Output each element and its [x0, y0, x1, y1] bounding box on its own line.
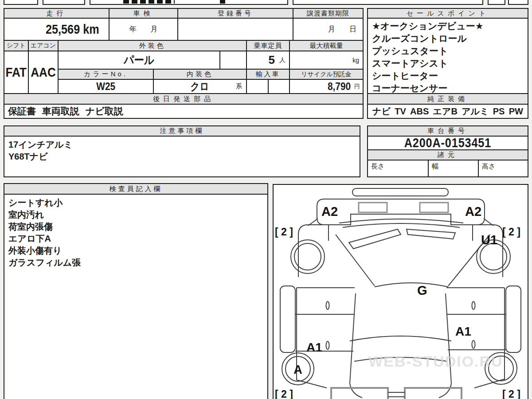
later-parts-header-label: 後日発送部品 [153, 95, 214, 103]
equipment-item: エアB [433, 106, 457, 117]
recycle-deposit-value: 8,790 [328, 80, 351, 93]
interior-color-header-label: 内装色 [187, 70, 213, 78]
interior-color-value: クロ [191, 79, 210, 94]
rear-bumper-link [388, 392, 405, 397]
notes-title: 注意事項欄 [160, 127, 204, 135]
top-strip-cell [488, 0, 505, 5]
windshield-left-edge [336, 235, 375, 286]
damage-label-a2-left: A2 [321, 204, 338, 219]
rear-quarters [297, 379, 505, 398]
chassis-value: A200A-0153451 [404, 136, 491, 150]
corner-grade-top-right: [ 2 ] [502, 226, 520, 238]
sales-point-item: スマートアシスト [372, 57, 524, 70]
front-top-bar [352, 188, 448, 196]
spec-length-label: 長さ [371, 162, 384, 171]
mileage-header: 走行 [4, 8, 110, 19]
later-parts-header: 後日発送部品 [4, 93, 364, 105]
front-wheel-left [291, 240, 325, 274]
spec-length-cell: 長さ [367, 160, 429, 177]
shift-value: FAT [6, 65, 27, 80]
door-handle-right-front [472, 301, 475, 309]
rear-bumper-right [405, 388, 462, 399]
equipment-title: 純正装備 [427, 95, 468, 103]
notes-line: 17インチアルミ [8, 139, 356, 151]
capacity-unit: 人 [279, 56, 286, 64]
max-load-unit: kg [352, 57, 359, 64]
cropped-text-fragment [123, 0, 175, 4]
exterior-color-header: 外装色 [58, 40, 247, 51]
inspection-value-cell: 年 月 [109, 18, 178, 41]
recycle-deposit-unit: 円 [354, 82, 360, 90]
specs-header: 諸元 [367, 149, 528, 160]
capacity-value: 5 [269, 53, 275, 67]
transfer-docs-header: 譲渡書類期限 [293, 8, 364, 19]
recycle-deposit-header: リサイクル預託金 [289, 69, 364, 80]
rear-window-arc [350, 336, 451, 341]
top-strip-cell [4, 0, 38, 5]
recycle-deposit-value-cell: 8,790円 [289, 79, 364, 94]
damage-label-a-rear-wheel: A [293, 363, 302, 376]
max-load-value-cell: kg [289, 51, 364, 70]
damage-diagram-box: WEB-STUDIO.RU A2 A2 [ 2 ] [ 2 ] U1 G A1 … [273, 184, 528, 399]
mileage-value: 25,569 km [46, 22, 99, 37]
spec-height-cell: 高さ [478, 160, 528, 177]
damage-label-g: G [417, 283, 427, 297]
roof-front-arc [375, 283, 448, 287]
top-strip-cell [293, 0, 483, 5]
inspector-body: シートすれ小 室内汚れ 荷室内張傷 エアロ下A 外装小傷有り ガラスフィルム張 [4, 194, 268, 399]
interior-color-header: 内装色 [153, 69, 247, 80]
door-handle-left-front [326, 301, 329, 309]
watermark-text: WEB-STUDIO.RU [368, 353, 503, 370]
inspection-header-label: 車検 [133, 9, 154, 18]
wiper-right [407, 229, 455, 239]
rear-bumper-left [331, 388, 388, 399]
max-load-header-label: 最大積載量 [310, 42, 343, 50]
shift-header-label: シフト [7, 42, 26, 50]
equipment-item: アルミ [462, 106, 489, 117]
equipment-item: ナビ [372, 106, 391, 117]
side-rail-left [280, 286, 295, 352]
color-no-value-cell: W25 [58, 79, 154, 94]
equipment-header: 純正装備 [367, 93, 528, 105]
aircon-header-label: エアコン [31, 42, 56, 50]
exterior-color-extra-cell [219, 51, 247, 70]
sales-point-item: コーナーセンサー [372, 82, 524, 94]
cowl-arc-2 [343, 223, 460, 227]
cowl-arc [339, 219, 463, 223]
door-panel-left [297, 288, 356, 383]
sales-points-body: ★オークションデビュー★ クルーズコントロール プッシュスタート スマートアシス… [367, 18, 528, 94]
spec-height-label: 高さ [482, 162, 495, 171]
sales-point-item: シートヒーター [372, 70, 524, 82]
door-handle-right-rear [472, 340, 475, 348]
import-header-label: 輸入車 [256, 70, 280, 78]
notes-body: 17インチアルミ Y68Tナビ [4, 136, 360, 177]
transfer-docs-value: 月 日 [328, 25, 356, 34]
color-no-header: カラーNo. [58, 69, 154, 80]
later-parts-value: 保証書 車両取説 ナビ取説 [8, 105, 123, 117]
inspection-value: 年 月 [129, 25, 158, 34]
equipment-item: PW [509, 106, 523, 117]
interior-color-value-cell: クロ系 [153, 79, 247, 94]
inspector-line: 室内汚れ [8, 209, 263, 221]
wiper-left [349, 229, 401, 249]
aircon-value: AAC [31, 65, 56, 80]
chassis-title: 車台番号 [427, 127, 468, 135]
inspector-line: ガラスフィルム張 [8, 257, 263, 269]
capacity-header-label: 乗車定員 [254, 42, 282, 50]
aircon-value-cell: AAC [28, 51, 59, 94]
transfer-docs-value-cell: 月 日 [293, 18, 364, 41]
notes-line: Y68Tナビ [8, 151, 356, 163]
shift-value-cell: FAT [4, 51, 29, 94]
sales-point-item: プッシュスタート [372, 45, 524, 57]
chassis-header: 車台番号 [367, 125, 528, 137]
interior-color-suffix: 系 [236, 82, 242, 90]
door-lines-left [295, 314, 355, 351]
notes-header: 注意事項欄 [4, 125, 360, 137]
car-top-view-diagram: WEB-STUDIO.RU A2 A2 [ 2 ] [ 2 ] U1 G A1 … [274, 185, 528, 399]
cropped-text-fragment [220, 0, 225, 4]
front-bumper [317, 199, 485, 225]
top-strip-cell [508, 0, 528, 5]
equipment-item: PS [493, 106, 505, 117]
aircon-header: エアコン [28, 40, 59, 51]
sales-point-item: ★オークションデビュー★ [372, 20, 524, 32]
